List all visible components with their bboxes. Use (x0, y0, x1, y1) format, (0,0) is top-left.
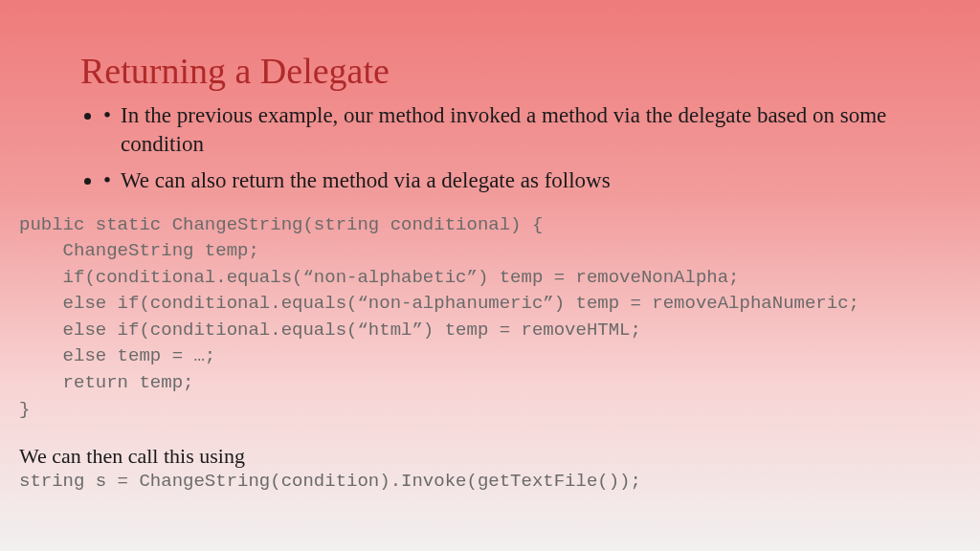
code-block-usage: string s = ChangeString(condition).Invok… (19, 471, 951, 492)
slide-title: Returning a Delegate (80, 50, 951, 92)
caption-text: We can then call this using (19, 444, 951, 469)
slide: Returning a Delegate In the previous exa… (0, 0, 980, 511)
bullet-item: We can also return the method via a dele… (103, 166, 907, 195)
bullet-item: In the previous example, our method invo… (103, 101, 907, 159)
code-block-main: public static ChangeString(string condit… (19, 212, 951, 423)
bullet-list: In the previous example, our method invo… (103, 101, 951, 195)
